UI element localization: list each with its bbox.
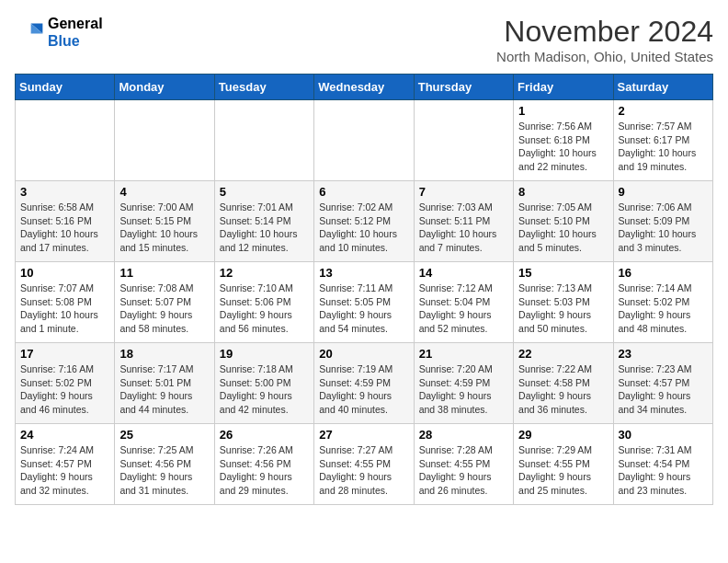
weekday-header-saturday: Saturday (613, 75, 712, 100)
day-number: 30 (619, 428, 708, 442)
day-info: Sunrise: 7:16 AM Sunset: 5:02 PM Dayligh… (20, 362, 109, 417)
calendar-cell: 7Sunrise: 7:03 AM Sunset: 5:11 PM Daylig… (414, 181, 513, 262)
day-number: 5 (220, 185, 309, 199)
day-number: 13 (319, 266, 408, 280)
calendar-cell: 21Sunrise: 7:20 AM Sunset: 4:59 PM Dayli… (414, 343, 513, 424)
day-number: 3 (20, 185, 109, 199)
logo-text: General Blue (48, 15, 103, 50)
day-info: Sunrise: 7:24 AM Sunset: 4:57 PM Dayligh… (20, 443, 109, 498)
day-number: 22 (518, 347, 608, 361)
day-number: 19 (220, 347, 309, 361)
day-number: 12 (220, 266, 309, 280)
calendar-cell: 29Sunrise: 7:29 AM Sunset: 4:55 PM Dayli… (514, 424, 613, 505)
calendar-cell: 20Sunrise: 7:19 AM Sunset: 4:59 PM Dayli… (314, 343, 414, 424)
day-info: Sunrise: 7:25 AM Sunset: 4:56 PM Dayligh… (119, 443, 209, 498)
calendar-cell: 14Sunrise: 7:12 AM Sunset: 5:04 PM Dayli… (414, 262, 513, 343)
calendar-cell: 25Sunrise: 7:25 AM Sunset: 4:56 PM Dayli… (115, 424, 214, 505)
calendar-cell: 23Sunrise: 7:23 AM Sunset: 4:57 PM Dayli… (613, 343, 712, 424)
calendar-cell (115, 100, 214, 181)
day-number: 29 (518, 428, 608, 442)
month-title: November 2024 (496, 15, 713, 49)
day-info: Sunrise: 7:23 AM Sunset: 4:57 PM Dayligh… (619, 362, 708, 417)
calendar-cell: 18Sunrise: 7:17 AM Sunset: 5:01 PM Dayli… (115, 343, 214, 424)
weekday-header-wednesday: Wednesday (314, 75, 414, 100)
day-number: 26 (220, 428, 309, 442)
day-info: Sunrise: 7:29 AM Sunset: 4:55 PM Dayligh… (518, 443, 608, 498)
weekday-header-tuesday: Tuesday (214, 75, 313, 100)
day-number: 17 (20, 347, 109, 361)
day-number: 2 (619, 104, 708, 118)
day-number: 14 (419, 266, 508, 280)
calendar-cell (314, 100, 414, 181)
day-info: Sunrise: 7:26 AM Sunset: 4:56 PM Dayligh… (220, 443, 309, 498)
day-number: 10 (20, 266, 109, 280)
calendar-header: SundayMondayTuesdayWednesdayThursdayFrid… (16, 75, 713, 100)
day-info: Sunrise: 7:57 AM Sunset: 6:17 PM Dayligh… (619, 120, 708, 174)
calendar-week-5: 24Sunrise: 7:24 AM Sunset: 4:57 PM Dayli… (16, 424, 713, 505)
day-info: Sunrise: 7:05 AM Sunset: 5:10 PM Dayligh… (518, 201, 608, 255)
calendar-cell: 19Sunrise: 7:18 AM Sunset: 5:00 PM Dayli… (214, 343, 313, 424)
day-info: Sunrise: 7:02 AM Sunset: 5:12 PM Dayligh… (319, 201, 408, 255)
calendar-week-1: 1Sunrise: 7:56 AM Sunset: 6:18 PM Daylig… (16, 100, 713, 181)
day-info: Sunrise: 7:08 AM Sunset: 5:07 PM Dayligh… (119, 282, 209, 336)
title-block: November 2024 North Madison, Ohio, Unite… (496, 15, 713, 64)
calendar-cell: 2Sunrise: 7:57 AM Sunset: 6:17 PM Daylig… (613, 100, 712, 181)
day-number: 11 (119, 266, 209, 280)
day-number: 15 (518, 266, 608, 280)
day-info: Sunrise: 7:07 AM Sunset: 5:08 PM Dayligh… (20, 282, 109, 336)
day-info: Sunrise: 7:00 AM Sunset: 5:15 PM Dayligh… (119, 201, 209, 255)
day-number: 24 (20, 428, 109, 442)
weekday-header-monday: Monday (115, 75, 214, 100)
day-info: Sunrise: 7:17 AM Sunset: 5:01 PM Dayligh… (119, 362, 209, 417)
day-number: 7 (419, 185, 508, 199)
logo-icon (15, 17, 44, 47)
calendar-cell (16, 100, 115, 181)
calendar-cell: 13Sunrise: 7:11 AM Sunset: 5:05 PM Dayli… (314, 262, 414, 343)
page-header: General Blue November 2024 North Madison… (15, 15, 713, 64)
day-info: Sunrise: 7:22 AM Sunset: 4:58 PM Dayligh… (518, 362, 608, 417)
weekday-header-friday: Friday (514, 75, 613, 100)
calendar-cell: 28Sunrise: 7:28 AM Sunset: 4:55 PM Dayli… (414, 424, 513, 505)
calendar-cell: 12Sunrise: 7:10 AM Sunset: 5:06 PM Dayli… (214, 262, 313, 343)
day-number: 28 (419, 428, 508, 442)
calendar-cell (414, 100, 513, 181)
calendar-cell: 17Sunrise: 7:16 AM Sunset: 5:02 PM Dayli… (16, 343, 115, 424)
calendar-cell: 16Sunrise: 7:14 AM Sunset: 5:02 PM Dayli… (613, 262, 712, 343)
calendar-cell: 24Sunrise: 7:24 AM Sunset: 4:57 PM Dayli… (16, 424, 115, 505)
day-number: 6 (319, 185, 408, 199)
day-info: Sunrise: 6:58 AM Sunset: 5:16 PM Dayligh… (20, 201, 109, 255)
day-info: Sunrise: 7:27 AM Sunset: 4:55 PM Dayligh… (319, 443, 408, 498)
calendar-cell: 11Sunrise: 7:08 AM Sunset: 5:07 PM Dayli… (115, 262, 214, 343)
day-info: Sunrise: 7:28 AM Sunset: 4:55 PM Dayligh… (419, 443, 508, 498)
calendar-cell: 8Sunrise: 7:05 AM Sunset: 5:10 PM Daylig… (514, 181, 613, 262)
day-number: 9 (619, 185, 708, 199)
day-number: 18 (119, 347, 209, 361)
day-number: 1 (518, 104, 608, 118)
calendar-cell: 30Sunrise: 7:31 AM Sunset: 4:54 PM Dayli… (613, 424, 712, 505)
day-number: 20 (319, 347, 408, 361)
day-info: Sunrise: 7:19 AM Sunset: 4:59 PM Dayligh… (319, 362, 408, 417)
calendar-cell (214, 100, 313, 181)
calendar-cell: 3Sunrise: 6:58 AM Sunset: 5:16 PM Daylig… (16, 181, 115, 262)
day-number: 16 (619, 266, 708, 280)
calendar-cell: 4Sunrise: 7:00 AM Sunset: 5:15 PM Daylig… (115, 181, 214, 262)
calendar-week-2: 3Sunrise: 6:58 AM Sunset: 5:16 PM Daylig… (16, 181, 713, 262)
location-subtitle: North Madison, Ohio, United States (496, 49, 713, 64)
calendar-week-3: 10Sunrise: 7:07 AM Sunset: 5:08 PM Dayli… (16, 262, 713, 343)
calendar-table: SundayMondayTuesdayWednesdayThursdayFrid… (15, 74, 713, 505)
day-info: Sunrise: 7:01 AM Sunset: 5:14 PM Dayligh… (220, 201, 309, 255)
day-number: 8 (518, 185, 608, 199)
calendar-cell: 27Sunrise: 7:27 AM Sunset: 4:55 PM Dayli… (314, 424, 414, 505)
day-info: Sunrise: 7:56 AM Sunset: 6:18 PM Dayligh… (518, 120, 608, 174)
day-info: Sunrise: 7:18 AM Sunset: 5:00 PM Dayligh… (220, 362, 309, 417)
calendar-cell: 26Sunrise: 7:26 AM Sunset: 4:56 PM Dayli… (214, 424, 313, 505)
day-number: 23 (619, 347, 708, 361)
day-info: Sunrise: 7:10 AM Sunset: 5:06 PM Dayligh… (220, 282, 309, 336)
day-info: Sunrise: 7:14 AM Sunset: 5:02 PM Dayligh… (619, 282, 708, 336)
day-info: Sunrise: 7:03 AM Sunset: 5:11 PM Dayligh… (419, 201, 508, 255)
calendar-cell: 10Sunrise: 7:07 AM Sunset: 5:08 PM Dayli… (16, 262, 115, 343)
day-number: 25 (119, 428, 209, 442)
calendar-cell: 9Sunrise: 7:06 AM Sunset: 5:09 PM Daylig… (613, 181, 712, 262)
day-number: 21 (419, 347, 508, 361)
day-info: Sunrise: 7:06 AM Sunset: 5:09 PM Dayligh… (619, 201, 708, 255)
